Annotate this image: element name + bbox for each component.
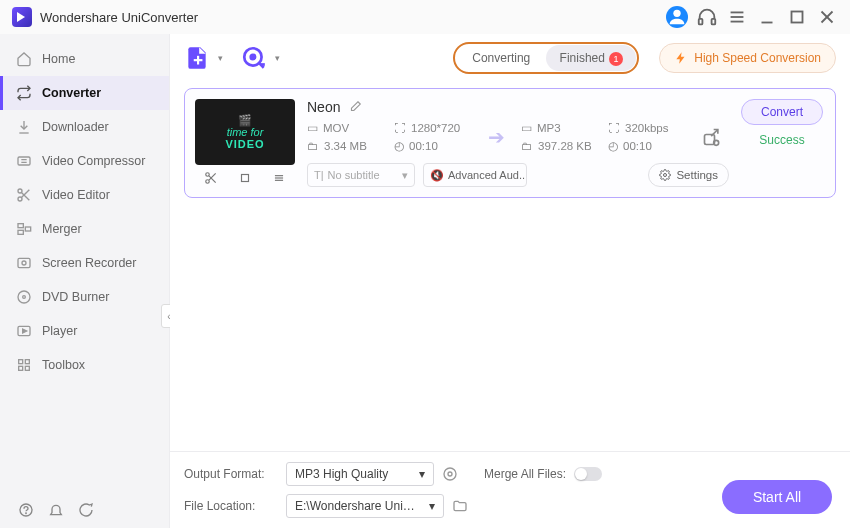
recorder-icon — [16, 255, 32, 271]
maximize-button[interactable] — [786, 6, 808, 28]
sidebar-item-toolbox[interactable]: Toolbox — [0, 348, 169, 382]
trim-icon[interactable] — [204, 171, 218, 185]
sidebar-item-merger[interactable]: Merger — [0, 212, 169, 246]
edit-title-icon[interactable] — [348, 100, 362, 114]
resolution-icon: ⛶ — [394, 122, 406, 134]
svg-rect-40 — [242, 175, 249, 182]
target-duration: ◴00:10 — [608, 139, 685, 153]
sidebar-item-label: Downloader — [42, 120, 109, 134]
svg-rect-24 — [19, 360, 23, 364]
svg-point-21 — [23, 296, 26, 299]
app-logo-icon — [12, 7, 32, 27]
user-account-icon[interactable] — [666, 6, 688, 28]
tab-converting[interactable]: Converting — [456, 45, 546, 71]
svg-point-20 — [18, 291, 30, 303]
add-dvd-button[interactable] — [241, 45, 267, 71]
tab-finished[interactable]: Finished1 — [546, 45, 636, 71]
help-icon[interactable] — [18, 502, 34, 518]
gear-icon — [659, 169, 671, 181]
svg-rect-26 — [19, 366, 23, 370]
svg-point-47 — [444, 468, 456, 480]
svg-rect-27 — [25, 366, 29, 370]
conversion-item-card: 🎬time forVIDEO Neon — [184, 88, 836, 198]
arrow-right-icon: ➔ — [481, 125, 511, 149]
feedback-icon[interactable] — [78, 502, 94, 518]
svg-rect-16 — [18, 230, 23, 234]
sidebar-item-recorder[interactable]: Screen Recorder — [0, 246, 169, 280]
export-settings-icon[interactable] — [695, 127, 729, 147]
high-speed-conversion-button[interactable]: High Speed Conversion — [659, 43, 836, 73]
sidebar-item-label: DVD Burner — [42, 290, 109, 304]
clock-icon: ◴ — [394, 139, 404, 153]
svg-point-0 — [673, 10, 680, 17]
svg-rect-7 — [792, 12, 803, 23]
svg-rect-18 — [18, 258, 30, 267]
svg-point-36 — [206, 173, 210, 177]
svg-point-19 — [22, 261, 26, 265]
svg-rect-25 — [25, 360, 29, 364]
svg-rect-1 — [699, 19, 703, 25]
merge-label: Merge All Files: — [484, 467, 566, 481]
svg-rect-17 — [25, 227, 30, 231]
download-icon — [16, 119, 32, 135]
open-folder-icon[interactable] — [452, 498, 468, 514]
audio-icon: ▭ — [521, 121, 532, 135]
merge-toggle[interactable] — [574, 467, 602, 481]
more-icon[interactable] — [272, 171, 286, 185]
chevron-down-icon[interactable]: ▾ — [218, 53, 223, 63]
close-button[interactable] — [816, 6, 838, 28]
chevron-down-icon: ▾ — [419, 467, 425, 481]
minimize-button[interactable] — [756, 6, 778, 28]
sidebar-item-label: Converter — [42, 86, 101, 100]
convert-button[interactable]: Convert — [741, 99, 823, 125]
sidebar-item-compressor[interactable]: Video Compressor — [0, 144, 169, 178]
video-thumbnail[interactable]: 🎬time forVIDEO — [195, 99, 295, 165]
menu-icon[interactable] — [726, 6, 748, 28]
sidebar-item-dvd[interactable]: DVD Burner — [0, 280, 169, 314]
svg-point-29 — [26, 513, 27, 514]
clock-icon: ◴ — [608, 139, 618, 153]
sidebar-item-editor[interactable]: Video Editor — [0, 178, 169, 212]
speaker-icon: 🔇 — [430, 169, 444, 182]
add-file-button[interactable] — [184, 45, 210, 71]
compressor-icon — [16, 153, 32, 169]
sidebar-item-downloader[interactable]: Downloader — [0, 110, 169, 144]
grid-icon — [16, 357, 32, 373]
merger-icon — [16, 221, 32, 237]
crop-icon[interactable] — [238, 171, 252, 185]
item-settings-button[interactable]: Settings — [648, 163, 729, 187]
file-location-label: File Location: — [184, 499, 278, 513]
source-duration: ◴00:10 — [394, 139, 471, 153]
sidebar-item-label: Video Compressor — [42, 154, 145, 168]
bell-icon[interactable] — [48, 502, 64, 518]
folder-icon: 🗀 — [521, 140, 533, 152]
svg-point-45 — [714, 140, 719, 145]
chevron-down-icon: ▾ — [402, 169, 408, 182]
video-icon: ▭ — [307, 121, 318, 135]
subtitle-dropdown[interactable]: T|No subtitle▾ — [307, 163, 415, 187]
target-format: ▭MP3 — [521, 121, 598, 135]
target-size: 🗀397.28 KB — [521, 140, 598, 152]
output-settings-icon[interactable] — [442, 466, 458, 482]
main-panel: ▾ ▾ Converting Finished1 High Speed Conv… — [170, 34, 850, 528]
file-location-dropdown[interactable]: E:\Wondershare UniConverter▾ — [286, 494, 444, 518]
svg-point-46 — [664, 174, 667, 177]
bitrate-icon: ⛶ — [608, 122, 620, 134]
scissors-icon — [16, 187, 32, 203]
audio-dropdown[interactable]: 🔇Advanced Aud...▾ — [423, 163, 527, 187]
lightning-icon — [674, 51, 688, 65]
svg-point-33 — [251, 55, 255, 59]
source-size: 🗀3.34 MB — [307, 140, 384, 152]
source-format: ▭MOV — [307, 121, 384, 135]
sidebar-item-label: Player — [42, 324, 77, 338]
chevron-down-icon[interactable]: ▾ — [275, 53, 280, 63]
sidebar-item-label: Toolbox — [42, 358, 85, 372]
output-format-dropdown[interactable]: MP3 High Quality▾ — [286, 462, 434, 486]
target-bitrate: ⛶320kbps — [608, 122, 685, 134]
svg-point-12 — [18, 197, 22, 201]
sidebar-item-converter[interactable]: Converter — [0, 76, 169, 110]
headset-icon[interactable] — [696, 6, 718, 28]
start-all-button[interactable]: Start All — [722, 480, 832, 514]
sidebar-item-player[interactable]: Player — [0, 314, 169, 348]
sidebar-item-home[interactable]: Home — [0, 42, 169, 76]
